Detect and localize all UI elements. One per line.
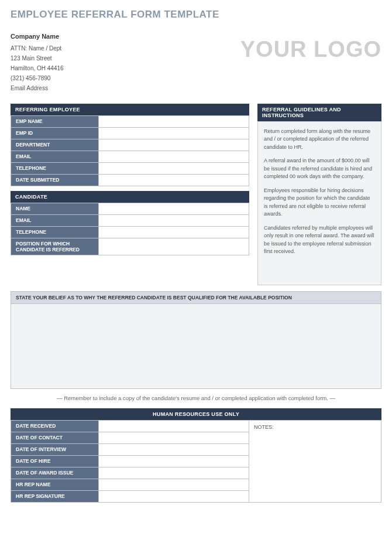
table-row: HR REP NAME <box>11 479 249 490</box>
guidelines-para: Return completed form along with the res… <box>264 128 375 152</box>
table-row: DATE OF HIRE <box>11 455 249 467</box>
field-value[interactable] <box>99 226 249 238</box>
hr-row: DATE RECEIVED DATE OF CONTACT DATE OF IN… <box>11 420 381 503</box>
table-row: TELEPHONE <box>11 162 249 174</box>
field-value[interactable] <box>99 203 249 214</box>
field-value[interactable] <box>99 479 249 490</box>
field-label: EMP ID <box>11 127 99 139</box>
company-attn: ATTN: Name / Dept <box>11 43 64 53</box>
company-email: Email Address <box>11 83 64 93</box>
table-row: HR REP SIGNATURE <box>11 490 249 502</box>
statement-header: STATE YOUR BELIEF AS TO WHY THE REFERRED… <box>11 291 381 304</box>
company-city: Hamilton, OH 44416 <box>11 63 64 73</box>
table-row: DATE RECEIVED <box>11 420 249 432</box>
logo-placeholder: YOUR LOGO <box>240 37 381 62</box>
hr-left: DATE RECEIVED DATE OF CONTACT DATE OF IN… <box>11 420 249 503</box>
field-label: DATE OF INTERVIEW <box>11 443 99 455</box>
table-row: EMAIL <box>11 214 249 226</box>
field-label: DATE RECEIVED <box>11 420 99 432</box>
referring-header: REFERRING EMPLOYEE <box>11 104 249 115</box>
right-column: REFERRAL GUIDELINES AND INSTRUCTIONS Ret… <box>257 104 381 285</box>
referring-table: EMP NAME EMP ID DEPARTMENT EMAIL TELEPHO… <box>11 115 249 186</box>
statement-box[interactable] <box>11 304 381 389</box>
table-row: DATE SUBMITTED <box>11 174 249 186</box>
hr-header: HUMAN RESOURCES USE ONLY <box>11 408 381 420</box>
field-value[interactable] <box>99 443 249 455</box>
table-row: DATE OF AWARD ISSUE <box>11 467 249 479</box>
table-row: DATE OF CONTACT <box>11 432 249 443</box>
hr-notes-label: NOTES: <box>254 424 274 430</box>
hr-notes-box[interactable]: NOTES: <box>249 420 381 503</box>
field-value[interactable] <box>99 214 249 226</box>
company-name: Company Name <box>11 31 64 42</box>
field-label: DATE SUBMITTED <box>11 174 99 186</box>
reminder-text: — Remember to include a copy of the cand… <box>11 395 381 401</box>
field-value[interactable] <box>99 455 249 467</box>
field-value[interactable] <box>99 151 249 162</box>
field-value[interactable] <box>99 115 249 127</box>
guidelines-header: REFERRAL GUIDELINES AND INSTRUCTIONS <box>257 104 381 121</box>
guidelines-box: Return completed form along with the res… <box>257 121 381 285</box>
field-label: DATE OF HIRE <box>11 455 99 467</box>
field-label: HR REP NAME <box>11 479 99 490</box>
table-row: EMAIL <box>11 151 249 162</box>
field-value[interactable] <box>99 432 249 443</box>
field-label: HR REP SIGNATURE <box>11 490 99 502</box>
field-label: DEPARTMENT <box>11 139 99 151</box>
table-row: EMP NAME <box>11 115 249 127</box>
table-row: EMP ID <box>11 127 249 139</box>
left-column: REFERRING EMPLOYEE EMP NAME EMP ID DEPAR… <box>11 104 249 285</box>
field-label: EMP NAME <box>11 115 99 127</box>
field-label: TELEPHONE <box>11 162 99 174</box>
table-row: POSITION FOR WHICH CANDIDATE IS REFERRED <box>11 238 249 255</box>
field-value[interactable] <box>99 490 249 502</box>
header-row: Company Name ATTN: Name / Dept 123 Main … <box>11 31 381 93</box>
field-value[interactable] <box>99 162 249 174</box>
field-label: TELEPHONE <box>11 226 99 238</box>
field-value[interactable] <box>99 127 249 139</box>
candidate-header: CANDIDATE <box>11 191 249 203</box>
field-label: DATE OF AWARD ISSUE <box>11 467 99 479</box>
table-row: DEPARTMENT <box>11 139 249 151</box>
field-label: POSITION FOR WHICH CANDIDATE IS REFERRED <box>11 238 99 255</box>
guidelines-para: Candidates referred by multiple employee… <box>264 224 375 256</box>
field-label: EMAIL <box>11 151 99 162</box>
table-row: TELEPHONE <box>11 226 249 238</box>
hr-table: DATE RECEIVED DATE OF CONTACT DATE OF IN… <box>11 420 249 503</box>
main-two-col: REFERRING EMPLOYEE EMP NAME EMP ID DEPAR… <box>11 104 381 285</box>
field-label: EMAIL <box>11 214 99 226</box>
page-title: EMPLOYEE REFERRAL FORM TEMPLATE <box>11 9 381 21</box>
field-value[interactable] <box>99 174 249 186</box>
candidate-table: NAME EMAIL TELEPHONE POSITION FOR WHICH … <box>11 203 249 255</box>
field-value[interactable] <box>99 139 249 151</box>
field-label: DATE OF CONTACT <box>11 432 99 443</box>
field-label: NAME <box>11 203 99 214</box>
field-value[interactable] <box>99 467 249 479</box>
guidelines-para: A referral award in the amount of $000.0… <box>264 157 375 181</box>
table-row: DATE OF INTERVIEW <box>11 443 249 455</box>
company-block: Company Name ATTN: Name / Dept 123 Main … <box>11 31 64 93</box>
field-value[interactable] <box>99 420 249 432</box>
guidelines-para: Employees responsible for hiring decisio… <box>264 187 375 219</box>
field-value[interactable] <box>99 238 249 255</box>
company-phone: (321) 456-7890 <box>11 73 64 83</box>
company-street: 123 Main Street <box>11 53 64 63</box>
table-row: NAME <box>11 203 249 214</box>
